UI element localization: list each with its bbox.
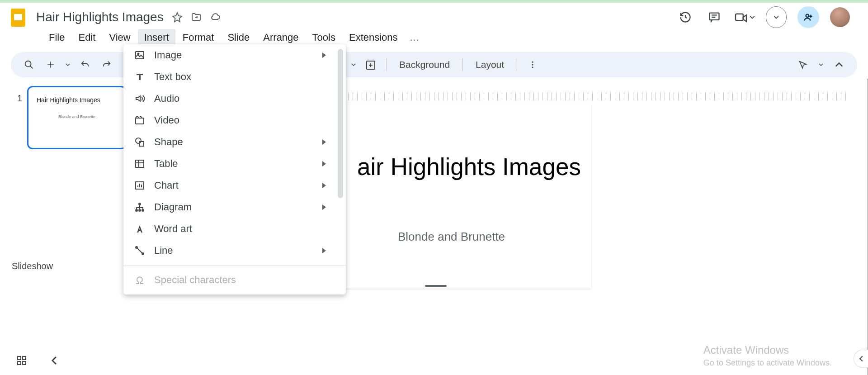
dropdown-scrollbar[interactable]: [338, 49, 343, 198]
expand-side-panel[interactable]: [854, 350, 868, 368]
slides-logo[interactable]: [9, 6, 27, 28]
insert-chart[interactable]: Chart: [123, 175, 346, 196]
chevron-down-icon: [750, 14, 755, 20]
pointer-tool-dropdown[interactable]: [816, 56, 826, 74]
submenu-arrow-icon: [322, 139, 326, 145]
document-title[interactable]: Hair Highlights Images: [36, 10, 164, 24]
video-icon: [134, 115, 145, 126]
svg-rect-15: [136, 160, 144, 167]
history-icon[interactable]: [676, 8, 694, 26]
overflow-menu-icon[interactable]: [524, 56, 542, 74]
menu-item-label: Audio: [154, 93, 179, 104]
search-icon[interactable]: [20, 56, 38, 74]
new-slide-button[interactable]: [42, 56, 60, 74]
add-comment-button[interactable]: [362, 56, 380, 74]
menu-arrange[interactable]: Arrange: [257, 29, 305, 46]
slide-panel: Hair Highlights Images Blonde and Brunet…: [0, 79, 136, 375]
insert-shape[interactable]: Shape: [123, 131, 346, 153]
canvas-resize-handle[interactable]: [425, 285, 447, 287]
image-icon: [134, 50, 145, 61]
submenu-arrow-icon: [322, 183, 326, 188]
menu-item-label: Line: [154, 245, 173, 256]
chevron-left-icon[interactable]: [50, 356, 59, 367]
bottom-bar: [16, 355, 59, 368]
star-icon[interactable]: [172, 12, 183, 23]
insert-audio[interactable]: Audio: [123, 88, 346, 109]
audio-icon: [134, 93, 145, 104]
svg-rect-23: [18, 356, 21, 360]
svg-point-18: [136, 209, 137, 211]
collapse-toolbar-icon[interactable]: [830, 56, 848, 74]
menu-tools[interactable]: Tools: [306, 29, 342, 46]
menu-item-label: Image: [154, 49, 182, 61]
submenu-arrow-icon: [322, 161, 326, 166]
special-chars-icon: [134, 275, 145, 285]
svg-rect-26: [23, 361, 26, 365]
account-avatar[interactable]: [830, 7, 850, 27]
svg-point-5: [25, 61, 31, 67]
svg-rect-2: [710, 13, 719, 19]
thumb-title: Hair Highlights Images: [33, 96, 121, 104]
svg-rect-25: [18, 361, 21, 365]
toolbar-dropdown[interactable]: [349, 56, 358, 74]
insert-image[interactable]: Image: [123, 44, 346, 66]
svg-rect-24: [23, 356, 26, 360]
table-icon: [134, 158, 145, 169]
submenu-arrow-icon: [322, 204, 326, 210]
submenu-arrow-icon: [322, 248, 326, 253]
undo-button[interactable]: [76, 56, 94, 74]
cloud-saved-icon[interactable]: [210, 12, 221, 23]
layout-button[interactable]: Layout: [469, 59, 510, 70]
line-icon: [134, 245, 145, 256]
menu-item-label: Diagram: [154, 201, 192, 213]
menu-item-label: Shape: [154, 136, 183, 148]
watermark-title: Activate Windows: [703, 344, 832, 356]
insert-special-chars[interactable]: Special characters: [123, 269, 346, 291]
textbox-icon: [134, 71, 145, 82]
separator: [386, 58, 387, 71]
menu-more[interactable]: …: [405, 29, 424, 46]
menu-insert[interactable]: Insert: [138, 29, 175, 46]
menu-item-label: Table: [154, 158, 178, 170]
slideshow-dropdown[interactable]: [766, 14, 786, 20]
separator: [517, 58, 517, 71]
pointer-tool-icon[interactable]: [794, 56, 812, 74]
slide-thumbnail[interactable]: Hair Highlights Images Blonde and Brunet…: [27, 86, 127, 149]
windows-activation-watermark: Activate Windows Go to Settings to activ…: [703, 344, 832, 368]
insert-wordart[interactable]: Word art: [123, 218, 346, 240]
insert-diagram[interactable]: Diagram: [123, 196, 346, 218]
menu-item-label: Video: [154, 114, 179, 126]
grid-view-icon[interactable]: [16, 355, 27, 368]
video-call-button[interactable]: [734, 12, 755, 23]
move-folder-icon[interactable]: [191, 12, 202, 23]
svg-point-19: [139, 209, 141, 211]
insert-dropdown-menu: Image Text box Audio Video Shape Table C…: [123, 44, 346, 294]
slide-title-text[interactable]: air Highlights Images: [357, 153, 581, 180]
svg-point-20: [142, 209, 144, 211]
menu-slide[interactable]: Slide: [221, 29, 256, 46]
redo-button[interactable]: [98, 56, 116, 74]
insert-line[interactable]: Line: [123, 240, 346, 261]
menu-view[interactable]: View: [103, 29, 137, 46]
background-button[interactable]: Background: [393, 59, 456, 70]
menu-edit[interactable]: Edit: [72, 29, 102, 46]
watermark-subtitle: Go to Settings to activate Windows.: [703, 358, 832, 368]
svg-point-8: [532, 64, 533, 65]
share-button[interactable]: [797, 6, 819, 28]
wordart-icon: [134, 223, 145, 234]
insert-video[interactable]: Video: [123, 109, 346, 131]
menu-format[interactable]: Format: [176, 29, 221, 46]
svg-point-17: [139, 203, 141, 205]
menu-file[interactable]: File: [42, 29, 71, 46]
slide-subtitle-text[interactable]: Blonde and Brunette: [398, 230, 505, 244]
menu-item-label: Chart: [154, 180, 179, 191]
new-slide-dropdown[interactable]: [63, 56, 72, 74]
slideshow-button[interactable]: Slideshow: [766, 6, 787, 28]
insert-textbox[interactable]: Text box: [123, 66, 346, 88]
menu-extensions[interactable]: Extensions: [343, 29, 404, 46]
thumb-subtitle: Blonde and Brunette: [33, 114, 121, 119]
svg-rect-1: [14, 14, 22, 20]
comments-icon[interactable]: [705, 8, 723, 26]
insert-table[interactable]: Table: [123, 153, 346, 175]
submenu-arrow-icon: [322, 52, 326, 58]
